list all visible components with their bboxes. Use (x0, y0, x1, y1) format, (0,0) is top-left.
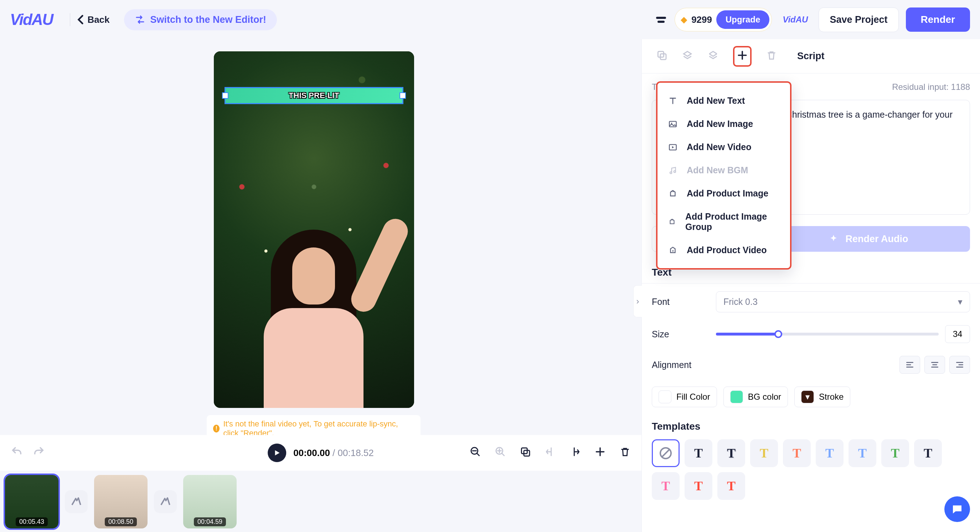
bg-color-chip[interactable]: BG color (724, 387, 788, 407)
split-left-button[interactable] (544, 446, 556, 460)
sparkle-icon (828, 234, 839, 244)
video-canvas[interactable]: THIS PRE-LIT (214, 51, 414, 408)
menu-add-product-video[interactable]: Add Product Video (657, 239, 790, 262)
render-button[interactable]: Render (906, 8, 970, 32)
menu-add-product-image-group[interactable]: Add Product Image Group (657, 205, 790, 239)
stroke-color-chip[interactable]: ▾Stroke (794, 387, 850, 407)
align-center-button[interactable] (924, 356, 945, 374)
align-right-button[interactable] (949, 356, 970, 374)
clip-thumbnails: 00:05.43 00:08.50 00:04.59 (5, 475, 237, 529)
undo-button[interactable] (11, 446, 23, 460)
avatar-person-illustration (250, 208, 378, 408)
delete-element-button[interactable] (766, 49, 777, 63)
stage-area: THIS PRE-LIT ! It's not the final video … (0, 39, 641, 532)
switch-editor-button[interactable]: Switch to the New Editor! (124, 9, 277, 30)
residual-input: Residual input: 1188 (892, 82, 970, 92)
duplicate-button[interactable] (656, 49, 667, 63)
template-item[interactable]: T (684, 472, 713, 500)
upgrade-button[interactable]: Upgrade (716, 10, 769, 29)
clip-thumb-2[interactable]: 00:08.50 (94, 475, 148, 529)
template-item[interactable]: T (718, 439, 745, 467)
template-item[interactable]: T (652, 472, 679, 500)
render-audio-button[interactable]: Render Audio (767, 226, 970, 252)
color-row: Fill Color BG color ▾Stroke (642, 380, 980, 414)
template-item[interactable]: T (914, 439, 942, 467)
timeline-toolbar: 00:00.00 / 00:18.52 (0, 435, 641, 471)
element-toolbar: Script (642, 39, 980, 73)
layers-button[interactable] (655, 13, 667, 26)
alignment-label: Alignment (652, 360, 709, 370)
switch-icon (135, 14, 145, 25)
credits-pill[interactable]: ◆ 9299 Upgrade (675, 8, 772, 31)
template-none[interactable] (652, 439, 679, 467)
font-label: Font (652, 297, 709, 307)
header-right: ◆ 9299 Upgrade VidAU Save Project Render (655, 8, 970, 32)
duplicate-clip-button[interactable] (520, 446, 531, 460)
menu-add-video[interactable]: Add New Video (657, 135, 790, 159)
redo-button[interactable] (33, 446, 45, 460)
bring-forward-button[interactable] (682, 49, 693, 63)
svg-rect-6 (669, 121, 676, 127)
transition-node[interactable] (65, 490, 88, 513)
zoom-in-button[interactable] (495, 446, 506, 460)
template-item[interactable]: T (881, 439, 909, 467)
font-row: Font Frick 0.3 ▾ (642, 285, 980, 319)
fill-color-chip[interactable]: Fill Color (652, 387, 717, 407)
template-item[interactable]: T (718, 472, 745, 500)
back-label: Back (87, 14, 110, 25)
clip-thumb-3[interactable]: 00:04.59 (183, 475, 237, 529)
align-left-button[interactable] (899, 356, 920, 374)
size-row: Size 34 (642, 319, 980, 349)
caption-overlay[interactable]: THIS PRE-LIT (224, 87, 403, 104)
transition-node[interactable] (154, 490, 177, 513)
vidau-badge: VidAU (783, 14, 808, 25)
playback-controls: 00:00.00 / 00:18.52 (267, 444, 374, 462)
collapse-panel-button[interactable]: › (633, 285, 642, 317)
template-item[interactable]: T (848, 439, 876, 467)
script-tab[interactable]: Script (797, 51, 825, 62)
zoom-out-button[interactable] (470, 446, 481, 460)
svg-point-9 (670, 172, 672, 173)
font-select[interactable]: Frick 0.3 ▾ (716, 291, 970, 312)
intercom-chat-button[interactable] (944, 496, 970, 522)
warning-icon: ! (213, 425, 220, 433)
duration: 00:18.52 (338, 448, 374, 458)
current-time: 00:00.00 (293, 448, 330, 458)
menu-add-image[interactable]: Add New Image (657, 112, 790, 135)
menu-add-product-image[interactable]: Add Product Image (657, 182, 790, 205)
play-button[interactable] (267, 444, 286, 462)
add-element-button[interactable] (733, 46, 752, 67)
undo-redo (11, 446, 45, 460)
split-right-button[interactable] (570, 446, 581, 460)
menu-add-bgm: Add New BGM (657, 159, 790, 182)
logo: VidAU (10, 11, 53, 29)
svg-point-10 (674, 170, 676, 172)
template-item[interactable]: T (750, 439, 778, 467)
template-item[interactable]: T (684, 439, 713, 467)
size-value[interactable]: 34 (945, 325, 970, 343)
templates-title: Templates (642, 414, 980, 436)
chat-icon (951, 503, 964, 516)
clip-time: 00:04.59 (194, 518, 226, 526)
add-element-menu: Add New Text Add New Image Add New Video… (656, 81, 791, 269)
size-slider[interactable] (716, 333, 939, 336)
divider (70, 13, 70, 26)
delete-clip-button[interactable] (619, 446, 631, 460)
menu-add-text[interactable]: Add New Text (657, 89, 790, 112)
alignment-row: Alignment (642, 349, 980, 380)
switch-editor-label: Switch to the New Editor! (150, 14, 267, 25)
diamond-icon: ◆ (681, 14, 687, 25)
send-backward-button[interactable] (707, 49, 719, 63)
caption-text: THIS PRE-LIT (289, 91, 339, 100)
add-clip-button[interactable] (594, 446, 606, 460)
clip-thumb-1[interactable]: 00:05.43 (5, 475, 59, 529)
clip-time: 00:05.43 (16, 518, 48, 526)
save-project-button[interactable]: Save Project (819, 8, 898, 32)
back-button[interactable]: Back (77, 14, 110, 25)
template-item[interactable]: T (816, 439, 843, 467)
timeline-tools (470, 446, 631, 460)
size-label: Size (652, 329, 709, 339)
time-display: 00:00.00 / 00:18.52 (293, 448, 374, 459)
template-item[interactable]: T (783, 439, 811, 467)
credit-count: 9299 (691, 14, 712, 25)
